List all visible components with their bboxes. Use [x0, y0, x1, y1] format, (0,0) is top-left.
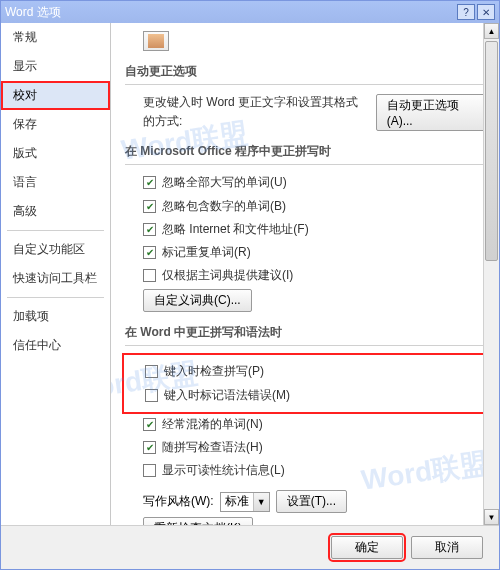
checkbox[interactable]	[143, 223, 156, 236]
checkbox-label: 仅根据主词典提供建议(I)	[162, 266, 293, 285]
sidebar-item-保存[interactable]: 保存	[1, 110, 110, 139]
checkbox-label: 随拼写检查语法(H)	[162, 438, 263, 457]
sidebar-divider	[7, 297, 104, 298]
scrollbar-thumb[interactable]	[485, 41, 498, 261]
sidebar-item-校对[interactable]: 校对	[1, 81, 110, 110]
checkbox[interactable]	[143, 200, 156, 213]
section-autocorrect: 自动更正选项	[125, 57, 485, 85]
recheck-doc-button[interactable]: 重新检查文档(K)	[143, 517, 253, 525]
custom-dict-button[interactable]: 自定义词典(C)...	[143, 289, 252, 312]
checkbox-label: 忽略全部大写的单词(U)	[162, 173, 287, 192]
dialog-title: Word 选项	[5, 4, 61, 21]
checkbox[interactable]	[143, 269, 156, 282]
sidebar-item-加载项[interactable]: 加载项	[1, 302, 110, 331]
checkbox-label: 经常混淆的单词(N)	[162, 415, 263, 434]
section-word-spell: 在 Word 中更正拼写和语法时	[125, 318, 485, 346]
checkbox[interactable]	[145, 365, 158, 378]
sidebar-item-自定义功能区[interactable]: 自定义功能区	[1, 235, 110, 264]
vertical-scrollbar[interactable]: ▲ ▼	[483, 23, 499, 525]
sidebar-item-版式[interactable]: 版式	[1, 139, 110, 168]
checkbox[interactable]	[143, 464, 156, 477]
autocorrect-desc: 更改键入时 Word 更正文字和设置其格式的方式:	[143, 93, 370, 131]
scroll-down-icon[interactable]: ▼	[484, 509, 499, 525]
writing-style-select[interactable]: 标准 ▼	[220, 492, 270, 512]
checkbox-label: 忽略包含数字的单词(B)	[162, 197, 286, 216]
checkbox[interactable]	[143, 441, 156, 454]
dialog-footer: 确定 取消	[1, 525, 499, 569]
close-button[interactable]: ✕	[477, 4, 495, 20]
scroll-up-icon[interactable]: ▲	[484, 23, 499, 39]
checkbox-label: 标记重复单词(R)	[162, 243, 251, 262]
checkbox-label: 键入时检查拼写(P)	[164, 362, 264, 381]
sidebar-item-快速访问工具栏[interactable]: 快速访问工具栏	[1, 264, 110, 293]
sidebar-item-信任中心[interactable]: 信任中心	[1, 331, 110, 360]
autocorrect-options-button[interactable]: 自动更正选项(A)...	[376, 94, 485, 131]
content-pane: Word联盟 Word联盟 Word联盟 自动更正选项 更改键入时 Word 更…	[111, 23, 499, 525]
checkbox[interactable]	[143, 246, 156, 259]
checkbox[interactable]	[143, 418, 156, 431]
checkbox-label: 显示可读性统计信息(L)	[162, 461, 285, 480]
section-office-spell: 在 Microsoft Office 程序中更正拼写时	[125, 137, 485, 165]
sidebar-item-高级[interactable]: 高级	[1, 197, 110, 226]
checkbox[interactable]	[145, 389, 158, 402]
sidebar-item-语言[interactable]: 语言	[1, 168, 110, 197]
sidebar-item-显示[interactable]: 显示	[1, 52, 110, 81]
ok-button[interactable]: 确定	[331, 536, 403, 559]
cancel-button[interactable]: 取消	[411, 536, 483, 559]
titlebar: Word 选项 ? ✕	[1, 1, 499, 23]
help-button[interactable]: ?	[457, 4, 475, 20]
word-options-dialog: Word 选项 ? ✕ 常规显示校对保存版式语言高级自定义功能区快速访问工具栏加…	[0, 0, 500, 570]
checkbox[interactable]	[143, 176, 156, 189]
chevron-down-icon: ▼	[253, 493, 269, 511]
sidebar: 常规显示校对保存版式语言高级自定义功能区快速访问工具栏加载项信任中心	[1, 23, 111, 525]
paste-options-icon[interactable]	[143, 31, 169, 51]
style-label: 写作风格(W):	[143, 493, 214, 510]
checkbox-label: 键入时标记语法错误(M)	[164, 386, 290, 405]
settings-button[interactable]: 设置(T)...	[276, 490, 347, 513]
sidebar-divider	[7, 230, 104, 231]
checkbox-label: 忽略 Internet 和文件地址(F)	[162, 220, 309, 239]
sidebar-item-常规[interactable]: 常规	[1, 23, 110, 52]
